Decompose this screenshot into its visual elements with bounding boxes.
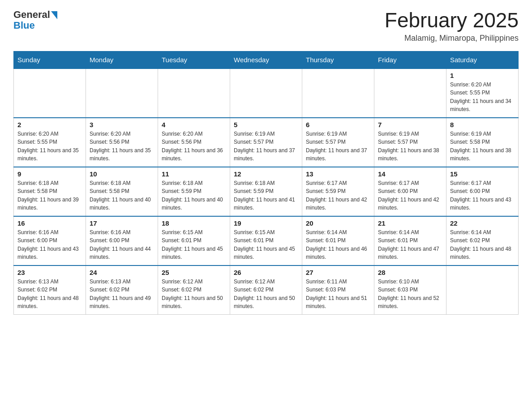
day-number: 5 (234, 121, 298, 128)
day-info: Sunrise: 6:19 AMSunset: 5:57 PMDaylight:… (234, 130, 298, 163)
day-info: Sunrise: 6:15 AMSunset: 6:01 PMDaylight:… (234, 228, 298, 261)
logo: General Blue (13, 9, 57, 31)
day-info: Sunrise: 6:12 AMSunset: 6:02 PMDaylight:… (162, 278, 226, 311)
calendar-table: SundayMondayTuesdayWednesdayThursdayFrid… (13, 51, 519, 315)
day-info: Sunrise: 6:19 AMSunset: 5:58 PMDaylight:… (450, 130, 515, 163)
day-number: 22 (450, 219, 515, 227)
day-number: 23 (17, 269, 82, 276)
calendar-day-cell: 15Sunrise: 6:17 AMSunset: 6:00 PMDayligh… (446, 167, 519, 216)
day-number: 16 (17, 219, 82, 227)
day-of-week-header: Saturday (446, 51, 519, 68)
day-number: 6 (306, 121, 370, 128)
calendar-day-cell: 27Sunrise: 6:11 AMSunset: 6:03 PMDayligh… (302, 265, 374, 315)
calendar-day-cell (302, 68, 374, 118)
calendar-day-cell: 2Sunrise: 6:20 AMSunset: 5:55 PMDaylight… (14, 118, 86, 167)
logo-arrow-icon (51, 11, 57, 19)
calendar-day-cell: 20Sunrise: 6:14 AMSunset: 6:01 PMDayligh… (302, 216, 374, 265)
calendar-day-cell: 28Sunrise: 6:10 AMSunset: 6:03 PMDayligh… (374, 265, 446, 315)
day-number: 19 (234, 219, 298, 227)
calendar-day-cell: 18Sunrise: 6:15 AMSunset: 6:01 PMDayligh… (158, 216, 230, 265)
calendar-day-cell: 3Sunrise: 6:20 AMSunset: 5:56 PMDaylight… (86, 118, 158, 167)
day-info: Sunrise: 6:14 AMSunset: 6:01 PMDaylight:… (306, 228, 370, 261)
day-number: 4 (162, 121, 226, 128)
day-info: Sunrise: 6:16 AMSunset: 6:00 PMDaylight:… (17, 228, 82, 261)
day-number: 2 (17, 121, 82, 128)
calendar-week-row: 9Sunrise: 6:18 AMSunset: 5:58 PMDaylight… (14, 167, 519, 216)
day-info: Sunrise: 6:19 AMSunset: 5:57 PMDaylight:… (306, 130, 370, 163)
day-number: 24 (90, 269, 154, 276)
day-of-week-header: Wednesday (230, 51, 302, 68)
day-number: 10 (90, 170, 154, 178)
calendar-day-cell (158, 68, 230, 118)
day-info: Sunrise: 6:20 AMSunset: 5:55 PMDaylight:… (17, 130, 82, 163)
calendar-day-cell: 7Sunrise: 6:19 AMSunset: 5:57 PMDaylight… (374, 118, 446, 167)
calendar-day-cell: 23Sunrise: 6:13 AMSunset: 6:02 PMDayligh… (14, 265, 86, 315)
calendar-day-cell: 1Sunrise: 6:20 AMSunset: 5:55 PMDaylight… (446, 68, 519, 118)
day-info: Sunrise: 6:18 AMSunset: 5:58 PMDaylight:… (17, 179, 82, 212)
calendar-day-cell: 26Sunrise: 6:12 AMSunset: 6:02 PMDayligh… (230, 265, 302, 315)
calendar-header-row: SundayMondayTuesdayWednesdayThursdayFrid… (14, 51, 519, 68)
calendar-day-cell (446, 265, 519, 315)
day-of-week-header: Tuesday (158, 51, 230, 68)
day-of-week-header: Thursday (302, 51, 374, 68)
day-info: Sunrise: 6:19 AMSunset: 5:57 PMDaylight:… (378, 130, 442, 163)
calendar-day-cell: 25Sunrise: 6:12 AMSunset: 6:02 PMDayligh… (158, 265, 230, 315)
title-section: February 2025 Malamig, Mimaropa, Philipp… (385, 9, 519, 43)
day-of-week-header: Friday (374, 51, 446, 68)
calendar-day-cell: 16Sunrise: 6:16 AMSunset: 6:00 PMDayligh… (14, 216, 86, 265)
logo-blue-text: Blue (13, 20, 35, 31)
day-info: Sunrise: 6:17 AMSunset: 6:00 PMDaylight:… (378, 179, 442, 212)
calendar-day-cell: 13Sunrise: 6:17 AMSunset: 5:59 PMDayligh… (302, 167, 374, 216)
day-number: 28 (378, 269, 442, 276)
day-info: Sunrise: 6:17 AMSunset: 5:59 PMDaylight:… (306, 179, 370, 212)
day-info: Sunrise: 6:20 AMSunset: 5:56 PMDaylight:… (90, 130, 154, 163)
day-info: Sunrise: 6:13 AMSunset: 6:02 PMDaylight:… (17, 278, 82, 311)
day-number: 14 (378, 170, 442, 178)
calendar-day-cell: 24Sunrise: 6:13 AMSunset: 6:02 PMDayligh… (86, 265, 158, 315)
day-info: Sunrise: 6:13 AMSunset: 6:02 PMDaylight:… (90, 278, 154, 311)
day-info: Sunrise: 6:20 AMSunset: 5:55 PMDaylight:… (450, 81, 515, 114)
calendar-day-cell: 10Sunrise: 6:18 AMSunset: 5:58 PMDayligh… (86, 167, 158, 216)
day-info: Sunrise: 6:14 AMSunset: 6:02 PMDaylight:… (450, 228, 515, 261)
day-number: 9 (17, 170, 82, 178)
day-info: Sunrise: 6:20 AMSunset: 5:56 PMDaylight:… (162, 130, 226, 163)
calendar-day-cell: 14Sunrise: 6:17 AMSunset: 6:00 PMDayligh… (374, 167, 446, 216)
day-info: Sunrise: 6:10 AMSunset: 6:03 PMDaylight:… (378, 278, 442, 311)
day-number: 17 (90, 219, 154, 227)
day-number: 25 (162, 269, 226, 276)
day-info: Sunrise: 6:11 AMSunset: 6:03 PMDaylight:… (306, 278, 370, 311)
day-of-week-header: Sunday (14, 51, 86, 68)
day-number: 13 (306, 170, 370, 178)
calendar-day-cell: 19Sunrise: 6:15 AMSunset: 6:01 PMDayligh… (230, 216, 302, 265)
day-info: Sunrise: 6:18 AMSunset: 5:58 PMDaylight:… (90, 179, 154, 212)
day-info: Sunrise: 6:15 AMSunset: 6:01 PMDaylight:… (162, 228, 226, 261)
calendar-week-row: 16Sunrise: 6:16 AMSunset: 6:00 PMDayligh… (14, 216, 519, 265)
day-number: 26 (234, 269, 298, 276)
day-info: Sunrise: 6:14 AMSunset: 6:01 PMDaylight:… (378, 228, 442, 261)
calendar-day-cell: 5Sunrise: 6:19 AMSunset: 5:57 PMDaylight… (230, 118, 302, 167)
calendar-day-cell: 12Sunrise: 6:18 AMSunset: 5:59 PMDayligh… (230, 167, 302, 216)
calendar-day-cell (374, 68, 446, 118)
day-number: 27 (306, 269, 370, 276)
day-number: 15 (450, 170, 515, 178)
day-number: 3 (90, 121, 154, 128)
day-number: 1 (450, 72, 515, 79)
day-info: Sunrise: 6:12 AMSunset: 6:02 PMDaylight:… (234, 278, 298, 311)
calendar-day-cell (230, 68, 302, 118)
calendar-day-cell: 11Sunrise: 6:18 AMSunset: 5:59 PMDayligh… (158, 167, 230, 216)
calendar-day-cell: 6Sunrise: 6:19 AMSunset: 5:57 PMDaylight… (302, 118, 374, 167)
logo-general-text: General (13, 9, 50, 21)
day-number: 8 (450, 121, 515, 128)
day-info: Sunrise: 6:18 AMSunset: 5:59 PMDaylight:… (234, 179, 298, 212)
calendar-day-cell (14, 68, 86, 118)
calendar-week-row: 2Sunrise: 6:20 AMSunset: 5:55 PMDaylight… (14, 118, 519, 167)
day-info: Sunrise: 6:18 AMSunset: 5:59 PMDaylight:… (162, 179, 226, 212)
calendar-day-cell: 8Sunrise: 6:19 AMSunset: 5:58 PMDaylight… (446, 118, 519, 167)
calendar-day-cell: 21Sunrise: 6:14 AMSunset: 6:01 PMDayligh… (374, 216, 446, 265)
location-text: Malamig, Mimaropa, Philippines (385, 34, 519, 43)
day-number: 11 (162, 170, 226, 178)
calendar-day-cell (86, 68, 158, 118)
calendar-day-cell: 17Sunrise: 6:16 AMSunset: 6:00 PMDayligh… (86, 216, 158, 265)
month-title: February 2025 (385, 9, 519, 32)
page-header: General Blue February 2025 Malamig, Mima… (13, 9, 519, 43)
